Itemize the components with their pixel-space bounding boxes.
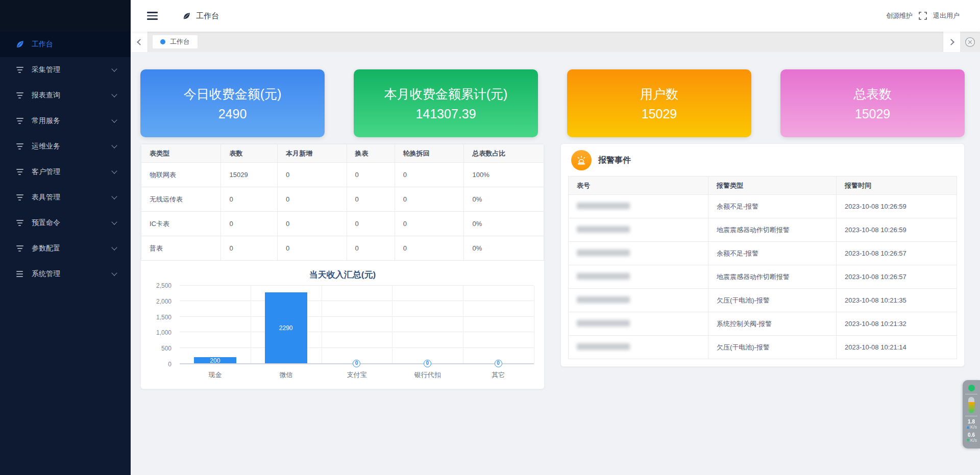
logout-button[interactable]: 退出用户 bbox=[933, 11, 960, 20]
table-cell bbox=[569, 336, 708, 359]
y-axis: 05001,0001,5002,0002,500 bbox=[147, 286, 176, 364]
filter-icon bbox=[15, 67, 24, 73]
top-header: 工作台 创源维护 退出用户 bbox=[131, 0, 980, 32]
collapse-menu-icon[interactable] bbox=[147, 12, 158, 20]
alarm-panel: 报警事件 表号报警类型报警时间 余额不足-报警2023-10-08 10:26:… bbox=[560, 143, 965, 367]
filter-icon bbox=[15, 245, 24, 252]
network-monitor-widget[interactable]: 1.8 ▲K/s 0.6 ▼K/s bbox=[963, 380, 980, 448]
table-cell bbox=[569, 312, 708, 336]
y-axis-tick-label: 2,500 bbox=[156, 282, 172, 289]
card-value: 15029 bbox=[855, 107, 891, 121]
sidebar-item-preset-command[interactable]: 预置命令 bbox=[0, 210, 131, 236]
chart-title: 当天收入汇总(元) bbox=[141, 269, 544, 281]
gridline bbox=[180, 301, 534, 301]
y-axis-tick-label: 0 bbox=[168, 361, 172, 368]
table-cell: 无线远传表 bbox=[141, 187, 221, 212]
chevron-down-icon bbox=[111, 168, 117, 173]
breadcrumb-title: 工作台 bbox=[196, 11, 219, 21]
column-header: 表号 bbox=[569, 177, 708, 195]
close-tabs-button[interactable] bbox=[965, 37, 975, 47]
alarm-table-body: 余额不足-报警2023-10-08 10:26:59地震震感器动作切断报警202… bbox=[569, 195, 957, 359]
gridline bbox=[534, 286, 534, 363]
sidebar-item-parameter[interactable]: 参数配置 bbox=[0, 236, 131, 261]
bar-value-label: 0 bbox=[495, 360, 502, 367]
right-column: 工作台 创源维护 退出用户 工作台 bbox=[131, 0, 980, 475]
table-cell: 余额不足-报警 bbox=[708, 195, 836, 218]
table-cell bbox=[569, 242, 708, 265]
gridline bbox=[180, 316, 534, 317]
download-speed: 0.6 bbox=[966, 432, 977, 438]
table-cell: 2023-10-08 10:21:35 bbox=[837, 289, 957, 312]
header-actions: 创源维护 退出用户 bbox=[886, 11, 960, 20]
table-cell: 0% bbox=[464, 236, 544, 261]
sidebar-item-collection[interactable]: 采集管理 bbox=[0, 57, 131, 83]
alarm-panel-title: 报警事件 bbox=[598, 155, 631, 166]
tab-bar: 工作台 bbox=[131, 32, 980, 52]
table-row: 地震震感器动作切断报警2023-10-08 10:26:59 bbox=[569, 218, 957, 242]
sidebar-item-services[interactable]: 常用服务 bbox=[0, 108, 131, 134]
table-cell: 2023-10-08 10:21:32 bbox=[837, 312, 957, 336]
sidebar-item-operations[interactable]: 运维业务 bbox=[0, 134, 131, 159]
sidebar-item-meter[interactable]: 表具管理 bbox=[0, 185, 131, 210]
table-cell: 物联网表 bbox=[141, 163, 221, 187]
alarm-panel-header: 报警事件 bbox=[568, 144, 957, 176]
table-row: 欠压(干电池)-报警2023-10-08 10:21:35 bbox=[569, 289, 957, 312]
table-cell: 地震震感器动作切断报警 bbox=[708, 265, 836, 289]
sidebar-logo-area bbox=[0, 0, 131, 32]
sidebar-item-customer[interactable]: 客户管理 bbox=[0, 159, 131, 185]
sidebar-item-label: 预置命令 bbox=[32, 218, 60, 228]
tab-scroll-right-button[interactable] bbox=[943, 32, 960, 52]
column-header: 报警类型 bbox=[708, 177, 836, 195]
sidebar-item-label: 采集管理 bbox=[32, 65, 60, 74]
chevron-down-icon bbox=[111, 66, 117, 71]
gridline bbox=[463, 286, 463, 363]
sidebar-item-system[interactable]: 系统管理 bbox=[0, 261, 131, 287]
card-month-revenue[interactable]: 本月收费金额累计(元) 141307.39 bbox=[354, 69, 538, 137]
table-row: 余额不足-报警2023-10-08 10:26:59 bbox=[569, 195, 957, 218]
bar-value-label: 2290 bbox=[265, 324, 307, 332]
bar-value-label: 200 bbox=[194, 357, 236, 364]
fullscreen-icon[interactable] bbox=[919, 12, 927, 20]
card-title: 本月收费金额累计(元) bbox=[384, 86, 508, 103]
table-cell: 0 bbox=[347, 163, 395, 187]
divider bbox=[965, 394, 977, 394]
y-axis-tick-label: 1,500 bbox=[156, 314, 172, 321]
main-content: 今日收费金额(元) 2490 本月收费金额累计(元) 141307.39 用户数… bbox=[131, 52, 980, 475]
stat-cards-row: 今日收费金额(元) 2490 本月收费金额累计(元) 141307.39 用户数… bbox=[140, 69, 965, 137]
sidebar-item-report[interactable]: 报表查询 bbox=[0, 83, 131, 108]
blurred-meter-number bbox=[577, 203, 630, 209]
table-row: IC卡表00000% bbox=[141, 212, 544, 236]
sidebar-item-label: 运维业务 bbox=[32, 142, 60, 151]
gridline bbox=[180, 347, 534, 348]
alarm-siren-icon bbox=[571, 150, 592, 170]
table-cell: 0 bbox=[277, 212, 347, 236]
table-cell: 0 bbox=[221, 236, 277, 261]
card-today-revenue[interactable]: 今日收费金额(元) 2490 bbox=[140, 69, 325, 137]
table-cell: IC卡表 bbox=[141, 212, 221, 236]
sidebar-menu: 工作台 采集管理报表查询常用服务运维业务客户管理表具管理预置命令参数配置系统管理 bbox=[0, 32, 131, 287]
chevron-left-icon bbox=[137, 39, 143, 45]
x-axis-label: 支付宝 bbox=[322, 370, 393, 380]
table-cell: 0 bbox=[347, 236, 395, 261]
card-total-meters[interactable]: 总表数 15029 bbox=[780, 69, 965, 137]
panels-row: 表类型表数本月新增换表轮换拆回总表数占比 物联网表15029000100%无线远… bbox=[140, 143, 965, 389]
sidebar-item-workbench[interactable]: 工作台 bbox=[0, 32, 131, 57]
card-user-count[interactable]: 用户数 15029 bbox=[567, 69, 751, 137]
column-header: 总表数占比 bbox=[464, 144, 544, 163]
blurred-meter-number bbox=[577, 296, 630, 303]
gridline bbox=[180, 285, 534, 286]
x-axis-label: 其它 bbox=[463, 370, 534, 380]
tab-scroll-left-button[interactable] bbox=[131, 32, 148, 52]
maintainer-label[interactable]: 创源维护 bbox=[886, 11, 913, 20]
blurred-meter-number bbox=[577, 249, 630, 256]
close-circle-icon bbox=[965, 37, 975, 47]
card-title: 用户数 bbox=[640, 86, 678, 103]
sidebar-item-label: 参数配置 bbox=[32, 244, 60, 253]
divider bbox=[965, 416, 977, 416]
table-cell: 系统控制关阀-报警 bbox=[708, 312, 836, 336]
y-axis-tick-label: 2,000 bbox=[156, 298, 172, 305]
alarm-table: 表号报警类型报警时间 余额不足-报警2023-10-08 10:26:59地震震… bbox=[568, 176, 957, 359]
table-cell: 欠压(干电池)-报警 bbox=[708, 289, 836, 312]
tab-workbench[interactable]: 工作台 bbox=[153, 35, 198, 48]
menu-icon bbox=[15, 271, 24, 277]
